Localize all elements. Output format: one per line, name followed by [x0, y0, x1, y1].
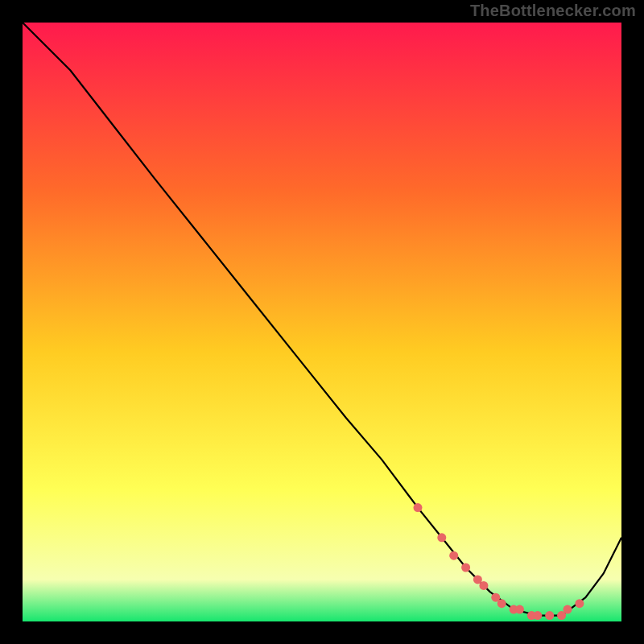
marker-point: [575, 599, 584, 608]
attribution-label: TheBottlenecker.com: [470, 2, 636, 20]
marker-point: [449, 551, 458, 560]
plot-area: [23, 23, 621, 621]
marker-point: [414, 503, 423, 512]
marker-point: [479, 581, 488, 590]
gradient-background: [23, 23, 621, 621]
marker-point: [515, 605, 524, 614]
marker-point: [437, 533, 446, 542]
marker-point: [545, 611, 554, 620]
chart-svg: [23, 23, 621, 621]
marker-point: [497, 599, 506, 608]
marker-point: [461, 564, 470, 572]
marker-point: [564, 605, 572, 614]
marker-point: [533, 611, 542, 620]
chart-frame: TheBottlenecker.com: [0, 0, 644, 644]
